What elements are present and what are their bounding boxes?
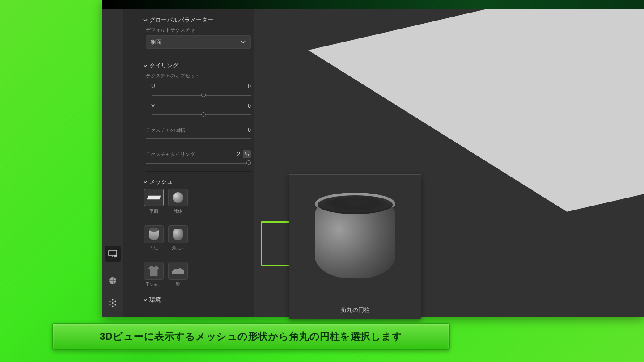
divider — [146, 171, 251, 172]
section-title: グローバルパラメーター — [149, 16, 213, 24]
svg-point-4 — [112, 302, 114, 304]
svg-point-8 — [114, 304, 116, 305]
mesh-label: 円柱 — [144, 245, 164, 251]
section-tiling[interactable]: タイリング — [143, 62, 251, 70]
default-texture-label: デフォルトテクスチャ — [146, 27, 251, 34]
default-texture-select[interactable]: 粗面 — [146, 35, 251, 49]
cylinder-icon — [149, 229, 159, 240]
svg-point-9 — [112, 299, 113, 300]
caption-text: 3Dビューに表示するメッシュの形状から角丸の円柱を選択します — [100, 330, 402, 343]
u-value: 0 — [248, 83, 251, 89]
left-toolstrip — [102, 9, 123, 317]
tshirt-icon — [148, 266, 159, 276]
mesh-label: 平面 — [144, 208, 164, 215]
v-value: 0 — [248, 103, 251, 109]
popover-caption: 角丸の円柱 — [341, 306, 370, 314]
rounded-cylinder-preview — [315, 193, 395, 286]
rotation-slider[interactable] — [146, 137, 251, 139]
globe-icon — [108, 276, 117, 285]
svg-point-5 — [109, 300, 110, 302]
chevron-down-icon — [143, 180, 148, 184]
section-global-params[interactable]: グローバルパラメーター — [143, 16, 251, 24]
mesh-label: Tシャ... — [144, 282, 164, 288]
texture-rotation-value: 0 — [248, 127, 251, 133]
link-icon — [245, 152, 249, 156]
mesh-item-tshirt[interactable]: Tシャ... — [144, 262, 164, 288]
nodes-icon — [108, 299, 117, 307]
tiling-slider[interactable] — [146, 160, 251, 165]
mesh-item-shoe[interactable]: 靴 — [168, 262, 188, 288]
v-label: V — [151, 103, 157, 109]
u-slider[interactable] — [146, 92, 251, 98]
texture-rotation-label: テクスチャの回転 — [146, 127, 185, 134]
properties-panel: グローバルパラメーター デフォルトテクスチャ 粗面 タイリング テクスチャのオフ… — [123, 9, 254, 317]
mesh-item-rounded-cylinder[interactable]: 角丸... — [168, 225, 188, 251]
environment-button[interactable] — [105, 273, 121, 289]
v-slider[interactable] — [146, 111, 251, 118]
mesh-preview-popover: 角丸の円柱 — [289, 174, 421, 319]
chevron-down-icon — [241, 39, 246, 45]
texture-tiling-value: 2 — [237, 151, 240, 157]
sphere-icon — [173, 192, 183, 203]
svg-point-6 — [114, 300, 116, 302]
mesh-item-cylinder[interactable]: 円柱 — [144, 225, 164, 251]
u-label: U — [151, 83, 157, 89]
section-title: メッシュ — [149, 178, 173, 186]
effects-button[interactable] — [105, 295, 121, 311]
texture-tiling-label: テクスチャタイリング — [146, 151, 195, 158]
window-titlebar — [102, 0, 644, 9]
chevron-down-icon — [143, 63, 148, 68]
divider — [146, 55, 251, 55]
view-settings-button[interactable] — [105, 246, 121, 262]
section-environment[interactable]: 環境 — [143, 296, 251, 304]
shoe-icon — [172, 267, 184, 274]
section-title: 環境 — [149, 296, 161, 304]
mesh-label: 靴 — [168, 282, 188, 288]
section-mesh[interactable]: メッシュ — [143, 178, 251, 186]
instruction-caption: 3Dビューに表示するメッシュの形状から角丸の円柱を選択します — [52, 323, 450, 350]
select-value: 粗面 — [151, 38, 161, 46]
texture-offset-label: テクスチャのオフセット — [146, 72, 251, 79]
mesh-label: 球体 — [168, 208, 188, 215]
plane-icon — [147, 196, 161, 199]
svg-point-10 — [112, 305, 113, 307]
link-toggle[interactable] — [243, 150, 251, 158]
mesh-label: 角丸... — [168, 245, 188, 251]
section-title: タイリング — [149, 62, 178, 70]
chevron-down-icon — [143, 18, 148, 22]
rounded-cylinder-icon — [173, 229, 183, 240]
svg-point-7 — [109, 304, 110, 305]
monitor-icon — [108, 250, 117, 258]
mesh-item-sphere[interactable]: 球体 — [168, 189, 188, 215]
app-window: グローバルパラメーター デフォルトテクスチャ 粗面 タイリング テクスチャのオフ… — [102, 0, 644, 317]
mesh-item-plane[interactable]: 平面 — [144, 189, 164, 215]
chevron-down-icon — [143, 298, 148, 302]
